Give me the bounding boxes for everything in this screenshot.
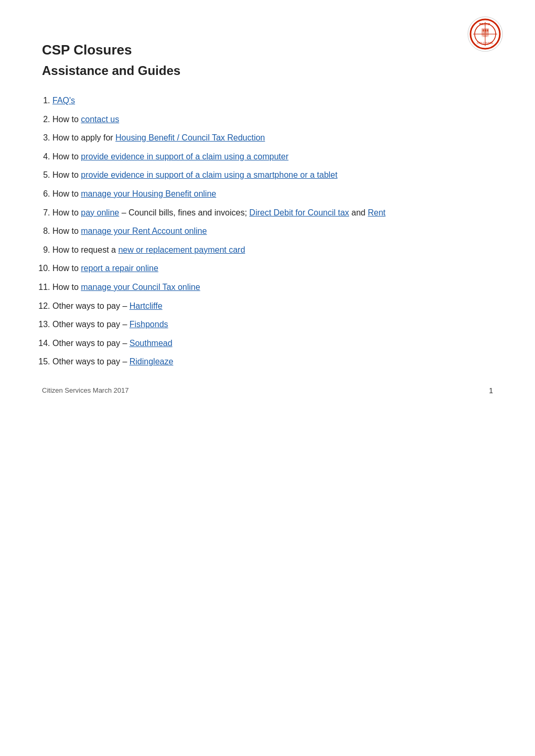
svg-text:CITY COUNCIL: CITY COUNCIL	[477, 42, 494, 45]
list-item: Other ways to pay – Ridingleaze	[52, 355, 493, 369]
item-prefix: Other ways to pay –	[52, 339, 130, 348]
list-item: FAQ's	[52, 94, 493, 107]
svg-rect-7	[485, 29, 486, 31]
item-and-text: and	[349, 208, 368, 217]
ridingleaze-link[interactable]: Ridingleaze	[130, 357, 174, 366]
evidence-smartphone-link[interactable]: provide evidence in support of a claim u…	[81, 170, 337, 179]
item-prefix: How to	[52, 226, 81, 235]
item-prefix: How to	[52, 283, 81, 291]
item-prefix: Other ways to pay –	[52, 301, 130, 310]
list-item: How to manage your Council Tax online	[52, 280, 493, 294]
evidence-computer-link[interactable]: provide evidence in support of a claim u…	[81, 152, 288, 161]
item-prefix: How to	[52, 170, 81, 179]
list-item: How to pay online – Council bills, fines…	[52, 206, 493, 220]
item-prefix: How to	[52, 208, 81, 217]
list-item: How to manage your Rent Account online	[52, 224, 493, 238]
southmead-link[interactable]: Southmead	[130, 339, 173, 348]
item-prefix: How to request a	[52, 245, 118, 254]
list-item: How to request a new or replacement paym…	[52, 243, 493, 257]
report-repair-link[interactable]: report a repair online	[81, 264, 158, 273]
item-prefix: Other ways to pay –	[52, 357, 130, 366]
payment-card-link[interactable]: new or replacement payment card	[118, 245, 245, 254]
bristol-council-logo: BRISTOL CITY COUNCIL	[467, 16, 504, 52]
section-title: Assistance and Guides	[42, 63, 493, 78]
list-item: How to apply for Housing Benefit / Counc…	[52, 131, 493, 145]
list-item: How to provide evidence in support of a …	[52, 168, 493, 182]
item-prefix: How to apply for	[52, 133, 115, 142]
item-prefix: How to	[52, 152, 81, 161]
list-item: How to contact us	[52, 113, 493, 126]
manage-housing-benefit-link[interactable]: manage your Housing Benefit online	[81, 189, 216, 198]
list-item: Other ways to pay – Southmead	[52, 337, 493, 350]
contact-us-link[interactable]: contact us	[81, 115, 119, 124]
page-title: CSP Closures	[42, 42, 493, 58]
rent-link[interactable]: Rent	[368, 208, 386, 217]
footer-text: Citizen Services March 2017	[42, 386, 129, 395]
faqs-link[interactable]: FAQ's	[52, 96, 75, 105]
item-prefix: How to	[52, 115, 81, 124]
direct-debit-link[interactable]: Direct Debit for Council tax	[249, 208, 349, 217]
list-item: How to provide evidence in support of a …	[52, 150, 493, 164]
svg-rect-8	[487, 29, 488, 31]
housing-benefit-link[interactable]: Housing Benefit / Council Tax Reduction	[115, 133, 265, 142]
item-prefix: Other ways to pay –	[52, 320, 130, 329]
list-item: How to report a repair online	[52, 262, 493, 275]
manage-rent-account-link[interactable]: manage your Rent Account online	[81, 226, 207, 235]
item-middle-text: – Council bills, fines and invoices;	[119, 208, 249, 217]
svg-text:BRISTOL: BRISTOL	[479, 23, 491, 26]
item-prefix: How to	[52, 264, 81, 273]
hartcliffe-link[interactable]: Hartcliffe	[130, 301, 163, 310]
page-container: BRISTOL CITY COUNCIL CSP Closures Assist…	[0, 0, 535, 416]
pay-online-link[interactable]: pay online	[81, 208, 119, 217]
page-footer: Citizen Services March 2017 1	[42, 386, 493, 395]
list-item: Other ways to pay – Fishponds	[52, 318, 493, 331]
item-prefix: How to	[52, 189, 81, 198]
fishponds-link[interactable]: Fishponds	[130, 320, 168, 329]
svg-rect-6	[483, 29, 484, 31]
list-item: How to manage your Housing Benefit onlin…	[52, 187, 493, 201]
manage-council-tax-link[interactable]: manage your Council Tax online	[81, 283, 200, 291]
assistance-list: FAQ's How to contact us How to apply for…	[42, 94, 493, 369]
logo-container: BRISTOL CITY COUNCIL	[467, 16, 504, 55]
page-number: 1	[489, 386, 493, 395]
list-item: Other ways to pay – Hartcliffe	[52, 299, 493, 313]
